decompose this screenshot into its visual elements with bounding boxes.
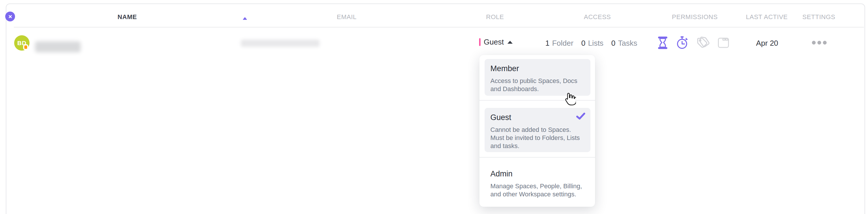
column-header-permissions[interactable]: PERMISSIONS [672, 13, 718, 21]
members-screen: NAME EMAIL ROLE ACCESS PERMISSIONS LAST … [0, 0, 868, 214]
column-header-settings[interactable]: SETTINGS [802, 13, 835, 21]
access-lists-link[interactable]: 0 Lists [581, 39, 603, 48]
lists-count: 0 [581, 39, 585, 48]
column-header-email[interactable]: EMAIL [337, 13, 357, 21]
column-header-name[interactable]: NAME [118, 13, 137, 21]
role-option-guest[interactable]: Guest Cannot be added to Spaces. Must be… [485, 108, 590, 152]
member-email-redacted [241, 40, 319, 47]
avatar: BD [14, 35, 30, 51]
lists-label: Lists [588, 39, 603, 48]
role-option-member[interactable]: Member Access to public Spaces, Docs and… [485, 59, 590, 96]
ellipsis-icon [812, 41, 816, 44]
role-option-title: Member [490, 64, 585, 73]
sort-ascending-icon [243, 16, 247, 21]
role-option-title: Admin [490, 170, 585, 178]
stopwatch-icon[interactable] [675, 36, 689, 50]
chevron-up-icon [507, 41, 513, 44]
dropdown-divider [479, 157, 595, 158]
selected-check-icon [576, 113, 585, 121]
role-dropdown-menu: Member Access to public Spaces, Docs and… [479, 55, 595, 207]
members-table-card [6, 3, 865, 214]
hourglass-icon[interactable] [657, 36, 668, 50]
role-option-description: Cannot be added to Spaces. Must be invit… [490, 126, 585, 150]
role-option-title: Guest [490, 113, 585, 122]
role-option-admin[interactable]: Admin Manage Spaces, People, Billing, an… [485, 162, 590, 203]
row-settings-button[interactable] [812, 41, 827, 44]
access-cell: 1 Folder 0 Lists 0 Tasks [545, 39, 637, 48]
column-header-last-active[interactable]: LAST ACTIVE [746, 13, 787, 21]
column-header-role[interactable]: ROLE [486, 13, 504, 21]
tasks-label: Tasks [618, 39, 637, 48]
close-button[interactable] [5, 11, 15, 22]
status-badge [23, 44, 28, 50]
folders-label: Folder [552, 39, 574, 48]
folders-count: 1 [545, 39, 549, 48]
dropdown-divider [479, 100, 595, 101]
role-option-description: Access to public Spaces, Docs and Dashbo… [490, 77, 585, 93]
close-icon [8, 14, 13, 19]
role-option-description: Manage Spaces, People, Billing, and othe… [490, 182, 585, 198]
tags-icon[interactable] [696, 36, 710, 49]
role-selector[interactable]: Guest [479, 38, 513, 47]
last-active-value: Apr 20 [756, 39, 778, 48]
member-name-redacted [35, 41, 81, 52]
column-header-access[interactable]: ACCESS [584, 13, 611, 21]
permissions-cell [657, 36, 730, 50]
access-folders-link[interactable]: 1 Folder [545, 39, 574, 48]
card-view-icon[interactable] [717, 37, 730, 49]
guest-role-color-bar [479, 38, 480, 46]
role-value: Guest [484, 38, 504, 47]
header-divider [14, 27, 864, 28]
tasks-count: 0 [611, 39, 615, 48]
access-tasks-link[interactable]: 0 Tasks [611, 39, 637, 48]
